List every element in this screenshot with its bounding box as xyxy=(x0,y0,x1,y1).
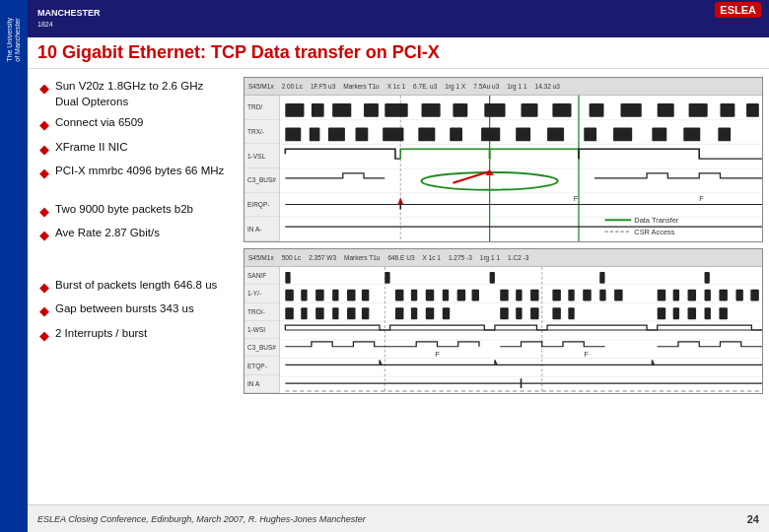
scope-display-bottom: S45/M1x 500 Lc 2.357 W3 Markers T1u 646.… xyxy=(244,248,763,394)
svg-rect-11 xyxy=(364,103,379,117)
bullet-item-8: ◆ Gap between bursts 343 us xyxy=(39,301,228,320)
svg-rect-59 xyxy=(285,272,290,284)
bullet-item-2: ◆ Connect via 6509 xyxy=(39,115,228,134)
svg-rect-9 xyxy=(312,103,324,117)
scope-labels-bottom: SANIF 1-Y/- TRO/- 1-WSI C3_BUS# ETQP- IN… xyxy=(245,267,280,393)
svg-rect-15 xyxy=(484,103,505,117)
svg-rect-73 xyxy=(443,290,449,301)
scope-header-b-1: S45/M1x xyxy=(248,254,274,261)
scope-header-b-2: 500 Lc xyxy=(282,254,302,261)
svg-rect-97 xyxy=(395,307,404,319)
svg-rect-14 xyxy=(453,103,467,117)
scope-header-item-9: 1rg 1 1 xyxy=(507,83,526,90)
svg-rect-104 xyxy=(552,307,561,319)
bullet-item-9: ◆ 2 Interrupts / burst xyxy=(39,326,228,345)
svg-rect-95 xyxy=(347,307,356,319)
bullet-diamond-2: ◆ xyxy=(39,116,49,134)
svg-rect-65 xyxy=(301,290,307,301)
svg-rect-98 xyxy=(411,307,417,319)
svg-rect-84 xyxy=(658,290,666,301)
svg-rect-62 xyxy=(599,272,604,284)
scope-header-b-9: 1.C2 -3 xyxy=(508,254,528,261)
scope-grid-bottom: F F xyxy=(280,267,762,393)
scope-header-item-2: 2 00 Lc xyxy=(282,83,303,90)
text-panel: ◆ Sun V20z 1.8GHz to 2.6 GHz Dual Optero… xyxy=(28,69,240,504)
svg-rect-85 xyxy=(673,290,679,301)
scope-label-ina-b: IN A xyxy=(245,375,279,393)
svg-rect-34 xyxy=(584,128,596,142)
footer-text: ESLEA Closing Conference, Edinburgh, Mar… xyxy=(37,514,366,524)
main-content: ◆ Sun V20z 1.8GHz to 2.6 GHz Dual Optero… xyxy=(28,69,769,504)
scope-labels-top: TRD/ TRX/- 1-VSL C3_BUS# EIRQP- IN A- xyxy=(245,96,280,241)
bullet-item-1: ◆ Sun V20z 1.8GHz to 2.6 GHz Dual Optero… xyxy=(39,79,228,109)
bullet-text-5: Two 9000 byte packets b2b xyxy=(55,202,228,218)
bullet-item-6: ◆ Ave Rate 2.87 Gbit/s xyxy=(39,226,228,244)
svg-rect-19 xyxy=(620,103,641,117)
eslea-logo: ESLEA xyxy=(715,2,761,18)
bullet-diamond-1: ◆ xyxy=(39,80,49,98)
scope-label-trx: TRX/- xyxy=(245,120,279,145)
scope-label-wsi: 1-WSI xyxy=(245,321,279,339)
bullet-item-7: ◆ Burst of packets length 646.8 us xyxy=(39,278,228,297)
svg-rect-79 xyxy=(552,290,561,301)
university-name: The University of Manchester xyxy=(6,18,23,62)
svg-rect-101 xyxy=(500,307,509,319)
bullet-diamond-7: ◆ xyxy=(39,279,49,297)
scope-panel: S45/M1x 2 00 Lc 1F.F5 u3 Markers T1u X 1… xyxy=(240,69,769,504)
svg-rect-35 xyxy=(613,128,632,142)
scope-body-top: TRD/ TRX/- 1-VSL C3_BUS# EIRQP- IN A- xyxy=(245,96,762,241)
svg-text:F: F xyxy=(699,195,704,203)
svg-rect-92 xyxy=(301,307,307,319)
scope-header-bottom: S45/M1x 500 Lc 2.357 W3 Markers T1u 646.… xyxy=(245,249,762,267)
svg-rect-61 xyxy=(490,272,495,284)
svg-rect-63 xyxy=(705,272,710,284)
bullet-text-2: Connect via 6509 xyxy=(55,115,228,131)
scope-label-tro: TRO/- xyxy=(245,303,279,321)
scope-header-top: S45/M1x 2 00 Lc 1F.F5 u3 Markers T1u X 1… xyxy=(245,78,762,96)
svg-text:F: F xyxy=(574,195,579,203)
svg-rect-76 xyxy=(500,290,509,301)
scope-header-item-5: X 1c 1 xyxy=(387,83,405,90)
scope-label-irqp: EIRQP- xyxy=(245,193,279,218)
svg-rect-12 xyxy=(384,103,407,117)
svg-rect-60 xyxy=(384,272,389,284)
svg-rect-105 xyxy=(568,307,574,319)
svg-rect-74 xyxy=(457,290,466,301)
bullet-diamond-3: ◆ xyxy=(39,141,49,159)
svg-rect-64 xyxy=(285,290,294,301)
svg-rect-25 xyxy=(310,128,320,142)
scope-label-1y: 1-Y/- xyxy=(245,285,279,302)
bullet-text-3: XFrame II NIC xyxy=(55,140,228,156)
svg-rect-102 xyxy=(516,307,522,319)
scope-header-item-4: Markers T1u xyxy=(343,83,379,90)
scope-header-b-5: 646.E U3 xyxy=(387,254,414,261)
svg-rect-67 xyxy=(332,290,338,301)
svg-rect-107 xyxy=(673,307,679,319)
svg-rect-90 xyxy=(750,290,759,301)
svg-rect-88 xyxy=(719,290,728,301)
svg-rect-82 xyxy=(599,290,605,301)
bullet-text-8: Gap between bursts 343 us xyxy=(55,301,228,317)
svg-rect-10 xyxy=(332,103,351,117)
svg-rect-29 xyxy=(418,128,435,142)
svg-rect-93 xyxy=(315,307,324,319)
svg-rect-37 xyxy=(683,128,700,142)
svg-text:F: F xyxy=(584,351,589,359)
bullet-diamond-4: ◆ xyxy=(39,165,49,182)
scope-display-top: S45/M1x 2 00 Lc 1F.F5 u3 Markers T1u X 1… xyxy=(244,77,763,242)
svg-rect-36 xyxy=(652,128,666,142)
svg-rect-68 xyxy=(347,290,356,301)
bullet-text-4: PCI-X mmrbc 4096 bytes 66 MHz xyxy=(55,164,228,179)
scope-header-item-10: 14.32 u3 xyxy=(535,83,560,90)
svg-rect-77 xyxy=(516,290,522,301)
svg-rect-26 xyxy=(328,128,345,142)
svg-rect-66 xyxy=(315,290,324,301)
svg-rect-18 xyxy=(590,103,604,117)
bullet-diamond-9: ◆ xyxy=(39,327,49,345)
bullet-diamond-6: ◆ xyxy=(39,227,49,244)
svg-rect-81 xyxy=(583,290,592,301)
svg-rect-20 xyxy=(658,103,674,117)
svg-rect-69 xyxy=(362,290,369,301)
scope-label-vsl: 1-VSL xyxy=(245,144,279,168)
svg-rect-94 xyxy=(332,307,338,319)
